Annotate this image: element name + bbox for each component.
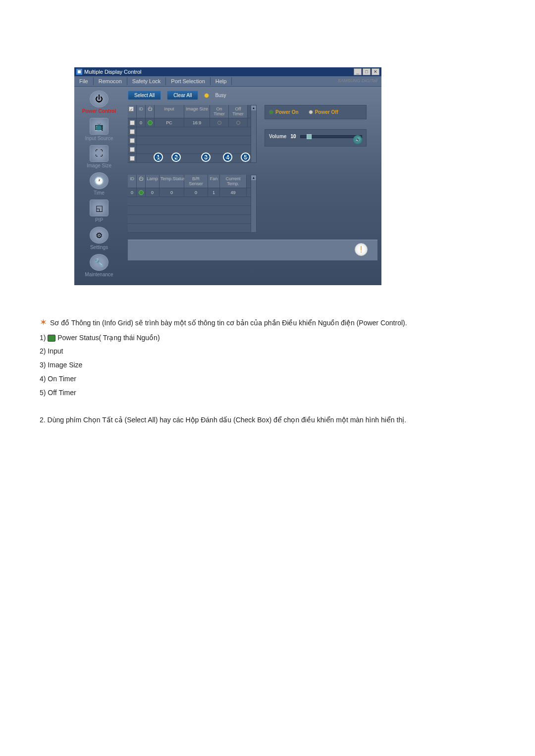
table-row[interactable]	[128, 197, 251, 206]
list-item-5: 5) Off Timer	[40, 387, 495, 399]
power-off-label: Power Off	[315, 109, 338, 115]
col-id: ID	[137, 105, 146, 118]
list-item-1-prefix: 1)	[40, 334, 48, 342]
volume-panel: Volume 10 🔊	[265, 129, 367, 147]
minimize-button[interactable]: _	[354, 68, 362, 75]
col-off-timer: Off Timer	[229, 105, 248, 118]
col-id: ID	[128, 175, 137, 188]
svg-rect-1	[78, 70, 81, 73]
menu-port-selection[interactable]: Port Selection	[166, 77, 210, 85]
header-checkbox[interactable]	[129, 106, 134, 111]
pip-icon: ◱	[90, 200, 108, 216]
cell-brs: 0	[184, 188, 208, 197]
sidebar: ⏻ Power Control 📺 Input Source ⛶ Image S…	[74, 87, 124, 285]
volume-slider[interactable]	[300, 135, 362, 138]
row-checkbox[interactable]	[130, 156, 135, 161]
list-item-2: 2) Input	[40, 346, 495, 357]
sidebar-item-settings[interactable]: ⚙ Settings	[76, 227, 122, 250]
callout-1: 1	[154, 152, 163, 162]
sidebar-item-maintenance[interactable]: 🔧 Maintenance	[76, 254, 122, 277]
cell-id: 0	[128, 188, 137, 197]
sidebar-label: Image Size	[76, 163, 122, 168]
power-radio-group: Power On Power Off	[265, 105, 367, 119]
time-icon: 🕐	[90, 172, 108, 189]
row-checkbox[interactable]	[130, 138, 135, 143]
info-grid-bottom: ID ⏻ Lamp Temp.Status B/R Senser Fan Cur…	[128, 175, 257, 233]
app-window: Multiple Display Control _ □ ✕ File Remo…	[74, 67, 381, 285]
col-input: Input	[155, 105, 184, 118]
close-button[interactable]: ✕	[372, 68, 379, 75]
sidebar-label: Settings	[76, 245, 122, 250]
col-lamp: Lamp	[146, 175, 160, 188]
menu-safety-lock[interactable]: Safety Lock	[127, 77, 166, 85]
volume-value: 10	[290, 134, 296, 139]
table-row[interactable]: 0 PC 16:9	[128, 118, 251, 127]
settings-icon: ⚙	[90, 227, 108, 244]
input-source-icon: 📺	[90, 118, 108, 135]
status-bar: !	[128, 240, 377, 260]
callout-5: 5	[241, 152, 250, 162]
cell-temp: 0	[160, 188, 184, 197]
sidebar-label: PIP	[76, 217, 122, 223]
table-row[interactable]	[128, 145, 251, 154]
table-row[interactable]	[128, 224, 251, 233]
off-timer-icon	[236, 121, 240, 125]
table-row[interactable]	[128, 127, 251, 136]
app-icon	[76, 69, 82, 75]
sidebar-item-pip[interactable]: ◱ PIP	[76, 200, 122, 223]
power-status-icon	[139, 190, 144, 195]
slider-thumb[interactable]	[307, 134, 312, 139]
on-timer-icon	[217, 121, 221, 125]
table-row[interactable]	[128, 154, 251, 163]
sidebar-label: Maintenance	[76, 272, 122, 277]
power-off-radio[interactable]: Power Off	[309, 109, 338, 115]
callout-4: 4	[223, 152, 232, 162]
select-all-button[interactable]: Select All	[128, 91, 161, 100]
row-checkbox[interactable]	[130, 147, 135, 152]
right-panel: Power On Power Off Volume 10	[261, 105, 371, 238]
menu-remocon[interactable]: Remocon	[94, 77, 127, 85]
table-row[interactable]	[128, 206, 251, 215]
maximize-button[interactable]: □	[363, 68, 371, 75]
radio-dot-icon	[269, 110, 273, 114]
sidebar-item-image-size[interactable]: ⛶ Image Size	[76, 145, 122, 168]
cell-ct: 49	[220, 188, 247, 197]
table-row[interactable]	[128, 136, 251, 145]
sidebar-item-time[interactable]: 🕐 Time	[76, 172, 122, 196]
sidebar-label: Input Source	[76, 136, 122, 141]
brand-logo: SAMSUNG DIGITall	[334, 77, 381, 85]
sidebar-label: Power Control	[76, 108, 122, 114]
busy-indicator-icon	[204, 93, 209, 98]
sidebar-item-power-control[interactable]: ⏻ Power Control	[76, 91, 122, 114]
scrollbar[interactable]: ▲	[251, 175, 257, 233]
list-item-1-text: Power Status( Trạng thái Nguồn)	[55, 334, 160, 342]
cell-image-size: 16:9	[184, 118, 210, 127]
maintenance-icon: 🔧	[90, 254, 108, 271]
menu-help[interactable]: Help	[211, 77, 232, 85]
callout-3: 3	[201, 152, 211, 162]
power-control-icon: ⏻	[90, 91, 108, 107]
menu-file[interactable]: File	[74, 77, 94, 85]
row-checkbox[interactable]	[130, 120, 135, 125]
row-checkbox[interactable]	[130, 129, 135, 134]
sidebar-item-input-source[interactable]: 📺 Input Source	[76, 118, 122, 141]
speaker-icon[interactable]: 🔊	[353, 135, 362, 144]
power-status-icon	[148, 120, 153, 125]
power-on-label: Power On	[275, 109, 299, 115]
col-on-timer: On Timer	[210, 105, 229, 118]
cell-id: 0	[137, 118, 146, 127]
window-title: Multiple Display Control	[84, 69, 142, 75]
cell-input: PC	[155, 118, 184, 127]
table-row[interactable]: 0 0 0 0 1 49	[128, 188, 251, 197]
star-icon: ✶	[40, 317, 47, 327]
alert-icon: !	[355, 243, 368, 256]
volume-label: Volume	[269, 134, 286, 139]
busy-label: Busy	[215, 93, 226, 98]
table-row[interactable]	[128, 215, 251, 224]
col-image-size: Image Size	[184, 105, 210, 118]
clear-all-button[interactable]: Clear All	[167, 91, 198, 100]
power-on-radio[interactable]: Power On	[269, 109, 299, 115]
paragraph-2: 2. Dùng phím Chọn Tất cả (Select All) ha…	[40, 414, 495, 426]
scrollbar[interactable]: ▲	[251, 105, 257, 163]
document-text: ✶Sơ đồ Thông tin (Info Grid) sẽ trình bà…	[40, 315, 495, 426]
